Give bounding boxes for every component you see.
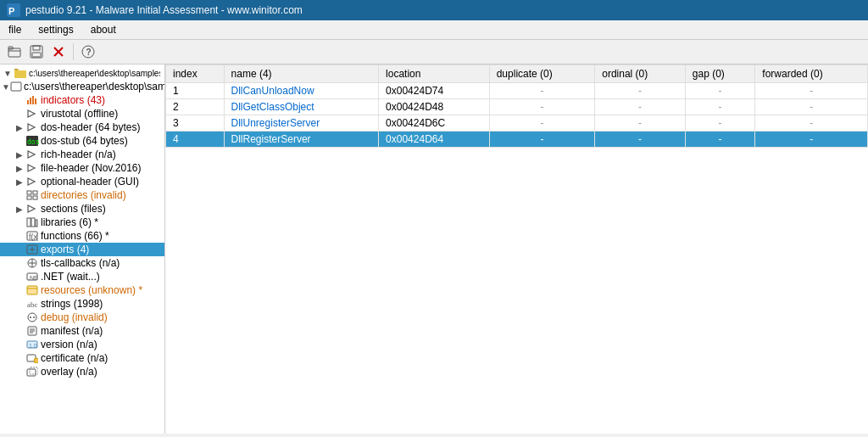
sidebar-item-net[interactable]: .NET.NET (wait...) <box>0 270 164 283</box>
cell-duplicate: - <box>489 83 595 99</box>
arrow-icon <box>25 162 39 174</box>
cell-forwarded: - <box>755 132 868 148</box>
sidebar-item-label: functions (66) * <box>41 230 109 242</box>
sidebar-item-sections[interactable]: ▶sections (files) <box>0 202 164 216</box>
table-row[interactable]: 2DllGetClassObject0x00424D48---- <box>166 99 868 115</box>
sidebar-item-libraries[interactable]: libraries (6) * <box>0 216 164 229</box>
cell-location: 0x00424D6C <box>379 115 490 132</box>
sidebar-item-overlay[interactable]: overlay (n/a) <box>0 365 164 378</box>
export-name-link[interactable]: DllCanUnloadNow <box>231 85 314 97</box>
expand-icon: ▼ <box>2 69 14 78</box>
col-gap: gap (0) <box>685 65 755 83</box>
table-row[interactable]: 3DllUnregisterServer0x00424D6C---- <box>166 115 868 132</box>
sidebar-item-label: dos-stub (64 bytes) <box>41 135 128 147</box>
sidebar-item-dos-header[interactable]: ▶dos-header (64 bytes) <box>0 120 164 134</box>
open-button[interactable] <box>5 42 24 61</box>
cell-duplicate: - <box>489 115 595 132</box>
sidebar-items: ▼c:\users\thereaper\desktop\samples\malw… <box>0 80 164 378</box>
col-name: name (4) <box>224 65 379 83</box>
grid-icon <box>25 189 39 201</box>
cell-forwarded: - <box>755 99 868 115</box>
sidebar-item-strings[interactable]: abcstrings (1998) <box>0 297 164 311</box>
sidebar-item-label: certificate (n/a) <box>41 352 108 364</box>
svg-marker-22 <box>28 165 35 171</box>
sidebar-item-optional-header[interactable]: ▶optional-header (GUI) <box>0 175 164 188</box>
sidebar-item-label: version (n/a) <box>41 339 97 350</box>
menu-about[interactable]: about <box>87 22 120 37</box>
overlay-icon <box>25 366 39 378</box>
table-row[interactable]: 4DllRegisterServer0x00424D64---- <box>166 132 868 148</box>
sidebar-item-exports[interactable]: exports (4) <box>0 243 164 256</box>
svg-rect-30 <box>31 218 35 227</box>
cell-index: 3 <box>166 115 225 132</box>
svg-text:?: ? <box>86 48 92 57</box>
help-icon: ? <box>81 45 95 59</box>
svg-rect-16 <box>35 98 36 104</box>
sidebar-item-tls-callbacks[interactable]: tls-callbacks (n/a) <box>0 256 164 270</box>
sidebar-item-certificate[interactable]: certificate (n/a) <box>0 351 164 365</box>
sidebar-item-file-header[interactable]: ▶file-header (Nov.2016) <box>0 161 164 175</box>
sidebar-item-virustotal[interactable]: virustotal (offline) <box>0 107 164 120</box>
cell-forwarded: - <box>755 115 868 132</box>
cell-duplicate: - <box>489 99 595 115</box>
export-icon <box>25 244 39 255</box>
svg-text:dos: dos <box>27 138 39 146</box>
sidebar-item-root[interactable]: ▼c:\users\thereaper\desktop\samples\malw… <box>0 80 164 93</box>
sidebar-item-indicators[interactable]: indicators (43) <box>0 93 164 107</box>
expand-icon: ▶ <box>14 150 25 160</box>
sidebar-item-label: rich-header (n/a) <box>41 148 116 160</box>
sidebar-item-label: manifest (n/a) <box>41 325 103 337</box>
sidebar-item-resources[interactable]: resources (unknown) * <box>0 283 164 297</box>
cell-index: 1 <box>166 83 225 99</box>
export-name-link[interactable]: DllRegisterServer <box>231 133 311 145</box>
col-duplicate: duplicate (0) <box>489 65 595 83</box>
sidebar-item-functions[interactable]: f(x)functions (66) * <box>0 229 164 243</box>
sidebar-item-label: strings (1998) <box>41 298 103 310</box>
expand-icon: ▶ <box>14 177 25 187</box>
sidebar-item-rich-header[interactable]: ▶rich-header (n/a) <box>0 148 164 161</box>
title-bar: P pestudio 9.21 - Malware Initial Assess… <box>0 0 868 20</box>
save-button[interactable] <box>27 42 46 61</box>
cell-gap: - <box>685 132 755 148</box>
export-name-link[interactable]: DllUnregisterServer <box>231 117 320 129</box>
folder-icon <box>10 81 22 92</box>
filepath-label: c:\users\thereaper\desktop\samples\malwa… <box>29 69 160 78</box>
expand-icon: ▶ <box>14 164 25 173</box>
sidebar-item-label: dos-header (64 bytes) <box>41 121 140 133</box>
dbg-icon <box>25 311 39 323</box>
menu-file[interactable]: file <box>5 22 25 37</box>
arrow-icon <box>25 176 39 188</box>
sidebar-item-label: indicators (43) <box>41 94 105 106</box>
open-icon <box>8 45 21 59</box>
svg-rect-15 <box>32 96 34 104</box>
svg-point-55 <box>34 358 38 363</box>
sidebar-item-directories[interactable]: directories (invalid) <box>0 188 164 202</box>
svg-text:.NET: .NET <box>28 275 38 281</box>
sidebar-item-label: sections (files) <box>41 203 106 215</box>
main-layout: ▼ c:\users\thereaper\desktop\samples\mal… <box>0 64 868 434</box>
sidebar-item-dos-stub[interactable]: dosdos-stub (64 bytes) <box>0 134 164 148</box>
col-location: location <box>379 65 490 83</box>
svg-rect-27 <box>33 196 37 199</box>
svg-point-45 <box>28 313 36 322</box>
svg-marker-23 <box>28 178 35 185</box>
table-row[interactable]: 1DllCanUnloadNow0x00424D74---- <box>166 83 868 99</box>
svg-rect-13 <box>27 100 29 104</box>
sidebar-item-manifest[interactable]: manifest (n/a) <box>0 324 164 338</box>
close-button[interactable] <box>49 42 68 61</box>
cell-ordinal: - <box>595 83 686 99</box>
cell-duplicate: - <box>489 132 595 148</box>
sidebar-item-label: c:\users\thereaper\desktop\samples\malwa… <box>24 81 165 92</box>
svg-text:1.0: 1.0 <box>29 343 37 349</box>
menu-settings[interactable]: settings <box>35 22 76 37</box>
sidebar-item-label: directories (invalid) <box>41 189 126 201</box>
export-name-link[interactable]: DllGetClassObject <box>231 101 314 113</box>
abc-icon: abc <box>25 298 39 310</box>
sidebar-item-label: tls-callbacks (n/a) <box>41 257 120 269</box>
table-body: 1DllCanUnloadNow0x00424D74----2DllGetCla… <box>166 83 868 148</box>
sidebar-item-root[interactable]: ▼ c:\users\thereaper\desktop\samples\mal… <box>0 66 164 80</box>
expand-icon: ▶ <box>14 204 25 214</box>
sidebar-item-version[interactable]: 1.0version (n/a) <box>0 338 164 351</box>
help-button[interactable]: ? <box>79 42 97 61</box>
sidebar-item-debug[interactable]: debug (invalid) <box>0 311 164 324</box>
